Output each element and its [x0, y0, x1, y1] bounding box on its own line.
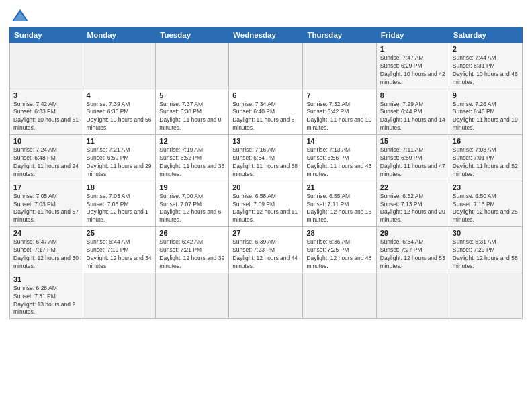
- day-info: Sunrise: 7:13 AM Sunset: 6:56 PM Dayligh…: [306, 146, 372, 179]
- day-info: Sunrise: 7:24 AM Sunset: 6:48 PM Dayligh…: [13, 146, 79, 179]
- day-info: Sunrise: 6:50 AM Sunset: 7:15 PM Dayligh…: [453, 193, 519, 225]
- day-info: Sunrise: 6:39 AM Sunset: 7:23 PM Dayligh…: [232, 238, 299, 271]
- day-info: Sunrise: 7:47 AM Sunset: 6:29 PM Dayligh…: [380, 54, 445, 87]
- day-number: 25: [87, 229, 152, 237]
- calendar-cell: 10Sunrise: 7:24 AM Sunset: 6:48 PM Dayli…: [10, 135, 83, 181]
- calendar-cell: 11Sunrise: 7:21 AM Sunset: 6:50 PM Dayli…: [83, 135, 156, 181]
- day-info: Sunrise: 6:28 AM Sunset: 7:31 PM Dayligh…: [13, 285, 79, 317]
- calendar-cell: 8Sunrise: 7:29 AM Sunset: 6:44 PM Daylig…: [376, 89, 449, 135]
- day-number: 6: [232, 91, 299, 99]
- day-number: 9: [453, 91, 519, 99]
- day-info: Sunrise: 6:52 AM Sunset: 7:13 PM Dayligh…: [380, 193, 445, 225]
- day-header-tuesday: Tuesday: [156, 28, 229, 43]
- day-info: Sunrise: 7:37 AM Sunset: 6:38 PM Dayligh…: [159, 101, 225, 133]
- day-info: Sunrise: 7:32 AM Sunset: 6:42 PM Dayligh…: [306, 101, 372, 133]
- day-number: 20: [232, 183, 299, 191]
- day-number: 1: [380, 45, 445, 53]
- calendar-cell: 1Sunrise: 7:47 AM Sunset: 6:29 PM Daylig…: [376, 43, 449, 89]
- day-info: Sunrise: 7:29 AM Sunset: 6:44 PM Dayligh…: [380, 101, 445, 133]
- calendar-cell: 16Sunrise: 7:08 AM Sunset: 7:01 PM Dayli…: [449, 135, 522, 181]
- day-info: Sunrise: 7:44 AM Sunset: 6:31 PM Dayligh…: [453, 54, 519, 87]
- day-info: Sunrise: 7:34 AM Sunset: 6:40 PM Dayligh…: [232, 101, 299, 133]
- day-number: 14: [306, 137, 372, 145]
- day-number: 8: [380, 91, 445, 99]
- calendar-cell: 5Sunrise: 7:37 AM Sunset: 6:38 PM Daylig…: [156, 89, 229, 135]
- calendar-table: SundayMondayTuesdayWednesdayThursdayFrid…: [9, 27, 523, 319]
- day-info: Sunrise: 6:58 AM Sunset: 7:09 PM Dayligh…: [232, 193, 299, 225]
- day-info: Sunrise: 7:21 AM Sunset: 6:50 PM Dayligh…: [87, 146, 152, 179]
- day-info: Sunrise: 7:00 AM Sunset: 7:07 PM Dayligh…: [159, 193, 225, 225]
- day-number: 15: [380, 137, 445, 145]
- calendar-cell: 6Sunrise: 7:34 AM Sunset: 6:40 PM Daylig…: [229, 89, 303, 135]
- day-number: 21: [306, 183, 372, 191]
- calendar-cell: 31Sunrise: 6:28 AM Sunset: 7:31 PM Dayli…: [10, 273, 83, 319]
- calendar-cell: 23Sunrise: 6:50 AM Sunset: 7:15 PM Dayli…: [449, 181, 522, 227]
- calendar-cell: 30Sunrise: 6:31 AM Sunset: 7:29 PM Dayli…: [449, 227, 522, 273]
- calendar-cell: [10, 43, 83, 89]
- day-number: 3: [13, 91, 79, 99]
- calendar-cell: 18Sunrise: 7:03 AM Sunset: 7:05 PM Dayli…: [83, 181, 156, 227]
- day-number: 28: [306, 229, 372, 237]
- day-info: Sunrise: 7:16 AM Sunset: 6:54 PM Dayligh…: [232, 146, 299, 179]
- day-info: Sunrise: 7:42 AM Sunset: 6:33 PM Dayligh…: [13, 101, 79, 133]
- day-number: 30: [453, 229, 519, 237]
- calendar-cell: 24Sunrise: 6:47 AM Sunset: 7:17 PM Dayli…: [10, 227, 83, 273]
- calendar-cell: [156, 43, 229, 89]
- day-number: 7: [306, 91, 372, 99]
- day-header-monday: Monday: [83, 28, 156, 43]
- calendar-cell: 28Sunrise: 6:36 AM Sunset: 7:25 PM Dayli…: [303, 227, 376, 273]
- header: [9, 7, 523, 23]
- day-info: Sunrise: 6:44 AM Sunset: 7:19 PM Dayligh…: [87, 238, 152, 271]
- day-info: Sunrise: 6:42 AM Sunset: 7:21 PM Dayligh…: [159, 238, 225, 271]
- day-number: 17: [13, 183, 79, 191]
- calendar-cell: [229, 273, 303, 319]
- day-info: Sunrise: 7:26 AM Sunset: 6:46 PM Dayligh…: [453, 101, 519, 133]
- day-number: 31: [13, 275, 79, 283]
- page: SundayMondayTuesdayWednesdayThursdayFrid…: [0, 0, 532, 324]
- calendar-cell: 13Sunrise: 7:16 AM Sunset: 6:54 PM Dayli…: [229, 135, 303, 181]
- calendar-cell: 25Sunrise: 6:44 AM Sunset: 7:19 PM Dayli…: [83, 227, 156, 273]
- day-number: 29: [380, 229, 445, 237]
- day-number: 19: [159, 183, 225, 191]
- calendar-cell: 2Sunrise: 7:44 AM Sunset: 6:31 PM Daylig…: [449, 43, 522, 89]
- calendar-cell: 27Sunrise: 6:39 AM Sunset: 7:23 PM Dayli…: [229, 227, 303, 273]
- calendar-cell: 15Sunrise: 7:11 AM Sunset: 6:59 PM Dayli…: [376, 135, 449, 181]
- day-info: Sunrise: 7:19 AM Sunset: 6:52 PM Dayligh…: [159, 146, 225, 179]
- calendar-cell: 9Sunrise: 7:26 AM Sunset: 6:46 PM Daylig…: [449, 89, 522, 135]
- calendar-cell: [83, 273, 156, 319]
- calendar-cell: 4Sunrise: 7:39 AM Sunset: 6:36 PM Daylig…: [83, 89, 156, 135]
- day-info: Sunrise: 7:08 AM Sunset: 7:01 PM Dayligh…: [453, 146, 519, 179]
- calendar-cell: 22Sunrise: 6:52 AM Sunset: 7:13 PM Dayli…: [376, 181, 449, 227]
- day-info: Sunrise: 7:03 AM Sunset: 7:05 PM Dayligh…: [87, 193, 152, 225]
- calendar-cell: 19Sunrise: 7:00 AM Sunset: 7:07 PM Dayli…: [156, 181, 229, 227]
- calendar-cell: [376, 273, 449, 319]
- calendar-cell: 29Sunrise: 6:34 AM Sunset: 7:27 PM Dayli…: [376, 227, 449, 273]
- calendar-cell: [156, 273, 229, 319]
- day-info: Sunrise: 7:05 AM Sunset: 7:03 PM Dayligh…: [13, 193, 79, 225]
- day-header-wednesday: Wednesday: [229, 28, 303, 43]
- day-number: 22: [380, 183, 445, 191]
- day-header-sunday: Sunday: [10, 28, 83, 43]
- day-number: 24: [13, 229, 79, 237]
- calendar-cell: 21Sunrise: 6:55 AM Sunset: 7:11 PM Dayli…: [303, 181, 376, 227]
- day-number: 10: [13, 137, 79, 145]
- day-number: 26: [159, 229, 225, 237]
- calendar-cell: 17Sunrise: 7:05 AM Sunset: 7:03 PM Dayli…: [10, 181, 83, 227]
- calendar-cell: [83, 43, 156, 89]
- calendar-cell: 3Sunrise: 7:42 AM Sunset: 6:33 PM Daylig…: [10, 89, 83, 135]
- day-number: 23: [453, 183, 519, 191]
- day-number: 12: [159, 137, 225, 145]
- calendar-cell: [303, 273, 376, 319]
- day-number: 5: [159, 91, 225, 99]
- day-info: Sunrise: 7:11 AM Sunset: 6:59 PM Dayligh…: [380, 146, 445, 179]
- day-info: Sunrise: 7:39 AM Sunset: 6:36 PM Dayligh…: [87, 101, 152, 133]
- logo-icon: [11, 7, 30, 26]
- day-info: Sunrise: 6:55 AM Sunset: 7:11 PM Dayligh…: [306, 193, 372, 225]
- calendar-cell: 20Sunrise: 6:58 AM Sunset: 7:09 PM Dayli…: [229, 181, 303, 227]
- day-number: 4: [87, 91, 152, 99]
- day-number: 18: [87, 183, 152, 191]
- day-number: 27: [232, 229, 299, 237]
- day-info: Sunrise: 6:36 AM Sunset: 7:25 PM Dayligh…: [306, 238, 372, 271]
- calendar-cell: 26Sunrise: 6:42 AM Sunset: 7:21 PM Dayli…: [156, 227, 229, 273]
- day-header-thursday: Thursday: [303, 28, 376, 43]
